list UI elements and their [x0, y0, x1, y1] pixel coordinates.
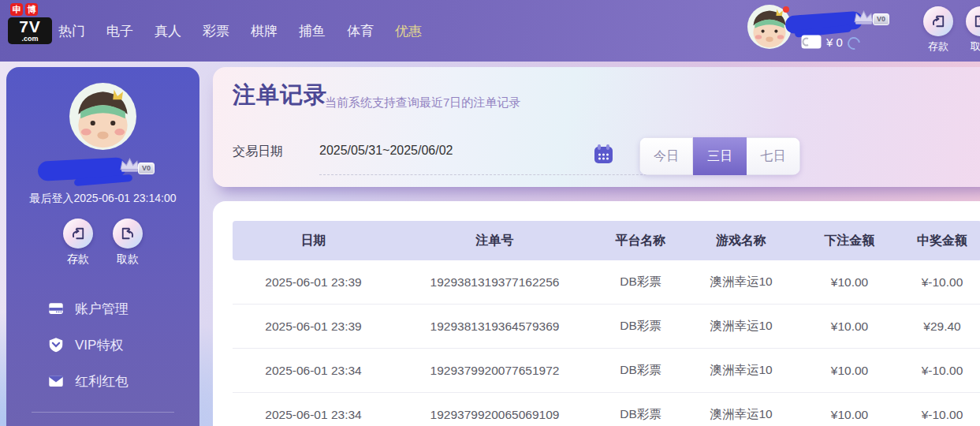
range-button-7days[interactable]: 七日: [747, 137, 800, 175]
vip-shield-icon: [47, 336, 65, 353]
site-logo[interactable]: 申 博 7V .com: [8, 3, 52, 44]
date-input-underline: [319, 174, 650, 175]
avatar-cartoon: [69, 83, 136, 150]
logo-suffix: .com: [9, 36, 50, 43]
deposit-label: 存款: [921, 39, 956, 54]
cell-bet-id: 1929379920077651972: [394, 364, 595, 378]
date-filter-label: 交易日期: [233, 144, 283, 160]
cell-game: 澳洲幸运10: [686, 362, 796, 379]
column-header-bet-amount: 下注金额: [796, 233, 903, 249]
balance-amount: ¥ 0: [826, 36, 843, 49]
column-header-game: 游戏名称: [686, 233, 796, 249]
cell-platform: DB彩票: [595, 274, 686, 290]
deposit-button[interactable]: 存款: [921, 6, 956, 54]
withdraw-label: 取款: [963, 39, 980, 54]
column-header-win-amount: 中奖金额: [903, 233, 980, 249]
nav-item-lottery[interactable]: 彩票: [203, 22, 229, 40]
cell-platform: DB彩票: [595, 362, 686, 379]
range-button-3days[interactable]: 三日: [693, 137, 747, 175]
sidebar-item-label: VIP特权: [75, 336, 123, 354]
page: 申 博 7V .com 热门 电子 真人 彩票 棋牌 捕鱼 体育 优惠: [0, 0, 980, 426]
deposit-icon: [63, 219, 93, 248]
column-header-date: 日期: [233, 233, 394, 249]
cell-bet-amount: ¥10.00: [796, 320, 903, 334]
logo-name: 7V: [9, 18, 50, 36]
withdraw-button[interactable]: 取款: [963, 6, 980, 54]
cell-win-amount: ¥-10.00: [903, 408, 980, 422]
crown-icon: [853, 9, 874, 26]
column-header-platform: 平台名称: [595, 233, 686, 249]
logo-badge-left: 申: [10, 3, 23, 16]
table-row: 2025-06-01 23:34 1929379920065069109 DB彩…: [233, 393, 980, 426]
table-row: 2025-06-01 23:39 1929381319364579369 DB彩…: [233, 305, 980, 349]
sidebar-item-bonus[interactable]: 红利红包: [47, 370, 129, 392]
records-table: 日期 注单号 平台名称 游戏名称 下注金额 中奖金额 2025-06-01 23…: [233, 221, 980, 426]
cell-game: 澳洲幸运10: [686, 318, 796, 334]
cell-platform: DB彩票: [595, 406, 686, 423]
cell-bet-id: 1929379920065069109: [394, 408, 595, 422]
date-range-quick-buttons: 今日 三日 七日: [639, 137, 800, 175]
sidebar-withdraw-button[interactable]: 取款: [110, 219, 145, 267]
nav-item-live[interactable]: 真人: [155, 22, 181, 40]
nav-item-hot[interactable]: 热门: [58, 22, 85, 40]
nav-item-promos[interactable]: 优惠: [395, 22, 422, 40]
table-body: 2025-06-01 23:39 1929381319377162256 DB彩…: [233, 260, 980, 426]
cell-bet-id: 1929381319377162256: [394, 275, 595, 290]
date-range-input[interactable]: 2025/05/31~2025/06/02: [319, 144, 453, 158]
sidebar-item-label: 红利红包: [75, 372, 129, 390]
sidebar: V0 最后登入2025-06-01 23:14:00 存款 取款: [6, 67, 199, 426]
sidebar-divider: [32, 412, 174, 413]
envelope-icon: [47, 372, 65, 390]
calendar-icon[interactable]: [593, 144, 614, 165]
withdraw-label: 取款: [110, 252, 145, 267]
cell-bet-amount: ¥10.00: [796, 364, 903, 378]
sidebar-item-account[interactable]: 账户管理: [47, 297, 129, 320]
range-button-today[interactable]: 今日: [639, 137, 693, 175]
cell-date: 2025-06-01 23:39: [233, 275, 394, 290]
cell-date: 2025-06-01 23:39: [233, 320, 394, 334]
column-header-bet-id: 注单号: [394, 233, 595, 249]
deposit-icon: [923, 6, 953, 36]
vip-level-badge: V0: [138, 163, 155, 174]
table-header-row: 日期 注单号 平台名称 游戏名称 下注金额 中奖金额: [233, 221, 980, 260]
withdraw-icon: [966, 6, 980, 36]
withdraw-icon: [113, 219, 143, 248]
main-nav: 热门 电子 真人 彩票 棋牌 捕鱼 体育 优惠: [58, 0, 422, 62]
logo-badge-right: 博: [25, 3, 38, 16]
table-row: 2025-06-01 23:39 1929381319377162256 DB彩…: [233, 260, 980, 305]
nav-item-sports[interactable]: 体育: [347, 22, 374, 40]
refresh-balance-icon[interactable]: [845, 35, 863, 52]
nav-item-fishing[interactable]: 捕鱼: [299, 22, 326, 40]
cell-win-amount: ¥-10.00: [903, 275, 980, 290]
page-title: 注单记录: [233, 80, 327, 111]
cell-bet-amount: ¥10.00: [796, 275, 903, 290]
sidebar-avatar[interactable]: [69, 83, 136, 150]
table-row: 2025-06-01 23:34 1929379920077651972 DB彩…: [233, 349, 980, 393]
sidebar-menu: 账户管理 VIP特权 红利红包: [47, 297, 129, 406]
card-icon: [47, 300, 65, 317]
cell-date: 2025-06-01 23:34: [233, 364, 394, 378]
cell-bet-id: 1929381319364579369: [394, 320, 595, 334]
wallet-icon: [801, 35, 822, 49]
top-navigation-bar: 申 博 7V .com 热门 电子 真人 彩票 棋牌 捕鱼 体育 优惠: [0, 0, 980, 62]
cell-platform: DB彩票: [595, 318, 686, 334]
deposit-label: 存款: [61, 252, 95, 267]
crown-icon: [119, 157, 140, 174]
nav-item-cards[interactable]: 棋牌: [251, 22, 278, 40]
sidebar-deposit-button[interactable]: 存款: [61, 219, 95, 267]
last-login-text: 最后登入2025-06-01 23:14:00: [6, 192, 199, 206]
logo-block: 7V .com: [8, 17, 52, 44]
sidebar-item-label: 账户管理: [75, 300, 129, 318]
cell-date: 2025-06-01 23:34: [233, 408, 394, 422]
vip-level-badge: V0: [873, 13, 889, 25]
cell-win-amount: ¥-10.00: [903, 364, 980, 378]
sidebar-item-vip[interactable]: VIP特权: [47, 334, 129, 356]
nav-item-slots[interactable]: 电子: [106, 22, 133, 40]
logo-badges: 申 博: [10, 3, 52, 16]
notification-dot: [783, 6, 789, 13]
cell-bet-amount: ¥10.00: [796, 408, 903, 422]
cell-win-amount: ¥29.40: [903, 320, 980, 334]
cell-game: 澳洲幸运10: [686, 406, 796, 423]
cell-game: 澳洲幸运10: [686, 274, 796, 290]
records-header-card: 注单记录 当前系统支持查询最近7日的注单记录 交易日期 2025/05/31~2…: [213, 67, 980, 187]
